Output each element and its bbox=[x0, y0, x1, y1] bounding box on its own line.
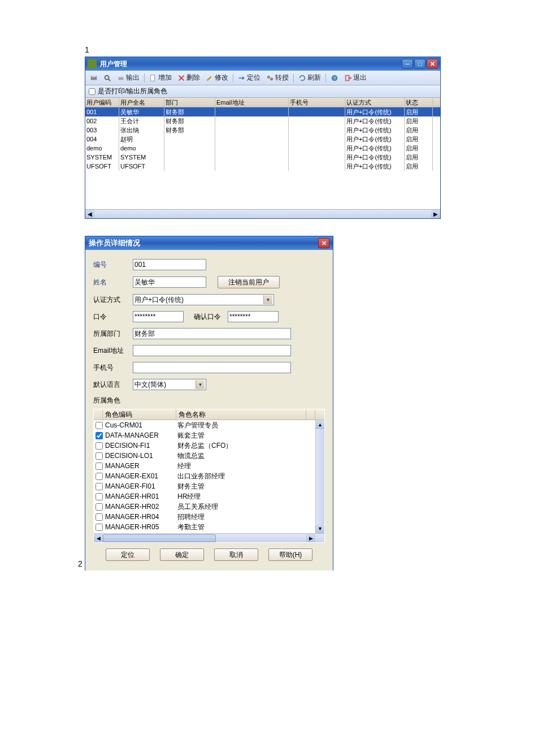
cell bbox=[164, 162, 215, 171]
cell: 吴敏华 bbox=[119, 107, 164, 116]
col-status[interactable]: 状态 bbox=[405, 98, 433, 107]
cell: 财务部 bbox=[164, 126, 215, 135]
role-checkbox[interactable] bbox=[95, 442, 103, 450]
table-row[interactable]: 004赵明用户+口令(传统)启用 bbox=[85, 135, 440, 144]
role-checkbox[interactable] bbox=[95, 463, 103, 470]
dialog-close-button[interactable]: ✕ bbox=[318, 238, 329, 248]
role-checkbox[interactable] bbox=[95, 473, 103, 480]
confirm-pwd-field[interactable] bbox=[228, 311, 279, 322]
help-button[interactable]: ? bbox=[328, 73, 341, 83]
svg-rect-4 bbox=[119, 77, 124, 80]
role-row[interactable]: MANAGER-HR05考勤主管 bbox=[94, 522, 324, 532]
id-field[interactable] bbox=[133, 259, 206, 270]
scroll-right-icon[interactable]: ▶ bbox=[306, 534, 315, 542]
role-checkbox[interactable] bbox=[95, 432, 103, 439]
table-row[interactable]: demodemo用户+口令(传统)启用 bbox=[85, 144, 440, 153]
cell: 用户+口令(传统) bbox=[345, 116, 405, 126]
role-name: 员工关系经理 bbox=[176, 502, 306, 512]
help-button[interactable]: 帮助(H) bbox=[268, 548, 312, 561]
lang-label: 默认语言 bbox=[93, 380, 133, 390]
cell: 张出纳 bbox=[119, 126, 164, 135]
role-row[interactable]: MANAGER-HR02员工关系经理 bbox=[94, 502, 324, 512]
role-body[interactable]: Cus-CRM01客户管理专员DATA-MANAGER账套主管DECISION-… bbox=[94, 420, 324, 533]
pwd-field[interactable] bbox=[133, 311, 184, 322]
cell: 财务部 bbox=[164, 116, 215, 126]
role-vertical-scrollbar[interactable]: ▲ ▼ bbox=[315, 420, 324, 533]
svg-point-9 bbox=[270, 77, 273, 80]
delete-button[interactable]: 删除 bbox=[175, 72, 202, 84]
role-horizontal-scrollbar[interactable]: ◀ ▶ bbox=[94, 533, 324, 542]
titlebar: 用户管理 ─ □ ✕ bbox=[85, 57, 440, 71]
role-row[interactable]: Cus-CRM01客户管理专员 bbox=[94, 420, 324, 430]
table-row[interactable]: SYSTEMSYSTEM用户+口令(传统)启用 bbox=[85, 153, 440, 162]
col-user-name[interactable]: 用户全名 bbox=[119, 98, 164, 107]
grid-body[interactable]: 001吴敏华财务部用户+口令(传统)启用002王会计财务部用户+口令(传统)启用… bbox=[85, 107, 440, 209]
modify-button[interactable]: 修改 bbox=[203, 72, 231, 84]
maximize-button[interactable]: □ bbox=[414, 59, 426, 69]
transfer-button[interactable]: 转授 bbox=[264, 72, 291, 84]
auth-select[interactable]: 用户+口令(传统) bbox=[133, 294, 274, 305]
minimize-button[interactable]: ─ bbox=[402, 59, 413, 69]
confirm-pwd-label: 确认口令 bbox=[194, 312, 228, 322]
col-user-id[interactable]: 用户编码 bbox=[85, 98, 119, 107]
output-button[interactable]: 输出 bbox=[115, 72, 142, 84]
role-row[interactable]: DECISION-LO1物流总监 bbox=[94, 451, 324, 461]
role-checkbox[interactable] bbox=[95, 503, 103, 511]
ok-button[interactable]: 确定 bbox=[160, 548, 204, 561]
col-auth[interactable]: 认证方式 bbox=[345, 98, 405, 107]
role-row[interactable]: MANAGER经理 bbox=[94, 461, 324, 471]
role-checkbox[interactable] bbox=[95, 422, 103, 429]
scroll-left-icon[interactable]: ◀ bbox=[94, 534, 103, 542]
role-header: 角色编码 角色名称 bbox=[94, 409, 324, 420]
deregister-button[interactable]: 注销当前用户 bbox=[218, 276, 280, 288]
col-phone[interactable]: 手机号 bbox=[289, 98, 345, 107]
role-name: 账套主管 bbox=[176, 431, 306, 440]
scroll-up-icon[interactable]: ▲ bbox=[316, 420, 324, 429]
role-name: 物流总监 bbox=[176, 451, 306, 461]
col-role-code[interactable]: 角色编码 bbox=[103, 409, 176, 420]
cell bbox=[215, 116, 289, 126]
add-button[interactable]: 增加 bbox=[147, 72, 174, 84]
role-checkbox[interactable] bbox=[95, 483, 103, 490]
exit-button[interactable]: 退出 bbox=[342, 72, 369, 84]
lang-select[interactable]: 中文(简体) bbox=[133, 379, 206, 390]
close-button[interactable]: ✕ bbox=[427, 59, 438, 69]
email-field[interactable] bbox=[133, 345, 291, 356]
role-checkbox[interactable] bbox=[95, 452, 103, 460]
scroll-left-icon[interactable]: ◀ bbox=[85, 210, 94, 218]
cell: 用户+口令(传统) bbox=[345, 135, 405, 144]
col-dept[interactable]: 部门 bbox=[164, 98, 215, 107]
table-row[interactable]: 002王会计财务部用户+口令(传统)启用 bbox=[85, 116, 440, 126]
print-roles-checkbox[interactable] bbox=[89, 88, 95, 95]
role-row[interactable]: MANAGER-EX01出口业务部经理 bbox=[94, 471, 324, 481]
role-row[interactable]: MANAGER-HR01HR经理 bbox=[94, 491, 324, 502]
role-checkbox[interactable] bbox=[95, 493, 103, 500]
name-field[interactable] bbox=[133, 277, 206, 288]
cell bbox=[215, 153, 289, 162]
cancel-button[interactable]: 取消 bbox=[214, 548, 258, 561]
table-row[interactable]: 003张出纳财务部用户+口令(传统)启用 bbox=[85, 126, 440, 135]
phone-label: 手机号 bbox=[93, 363, 133, 373]
locate-button[interactable]: 定位 bbox=[106, 548, 150, 561]
role-checkbox[interactable] bbox=[95, 513, 103, 521]
refresh-button[interactable]: 刷新 bbox=[296, 72, 323, 84]
role-row[interactable]: DECISION-FI1财务总监（CFO） bbox=[94, 440, 324, 451]
role-row[interactable]: MANAGER-HR04招聘经理 bbox=[94, 512, 324, 522]
table-row[interactable]: UFSOFTUFSOFT用户+口令(传统)启用 bbox=[85, 162, 440, 171]
role-row[interactable]: MANAGER-FI01财务主管 bbox=[94, 481, 324, 491]
phone-field[interactable] bbox=[133, 362, 291, 373]
print-set-button[interactable] bbox=[88, 73, 100, 83]
scroll-down-icon[interactable]: ▼ bbox=[316, 524, 324, 533]
dept-field[interactable] bbox=[133, 328, 291, 339]
table-row[interactable]: 001吴敏华财务部用户+口令(传统)启用 bbox=[85, 107, 440, 116]
locate-button[interactable]: 定位 bbox=[236, 72, 263, 84]
scroll-right-icon[interactable]: ▶ bbox=[431, 210, 440, 218]
role-checkbox[interactable] bbox=[95, 524, 103, 531]
col-email[interactable]: Email地址 bbox=[215, 98, 289, 107]
col-role-name[interactable]: 角色名称 bbox=[176, 409, 306, 420]
horizontal-scrollbar[interactable]: ◀ ▶ bbox=[85, 209, 440, 218]
preview-button[interactable] bbox=[101, 73, 114, 83]
cell: UFSOFT bbox=[85, 162, 119, 171]
role-row[interactable]: DATA-MANAGER账套主管 bbox=[94, 430, 324, 440]
scroll-thumb[interactable] bbox=[103, 534, 216, 542]
